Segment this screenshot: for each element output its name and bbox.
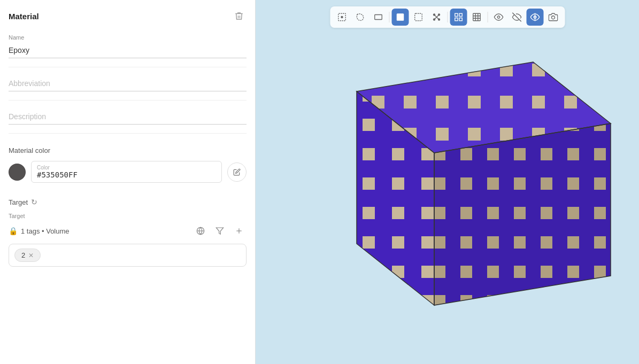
- toolbar: [330, 6, 565, 28]
- svg-point-29: [551, 16, 555, 19]
- svg-point-14: [433, 19, 435, 20]
- toolbar-rect-select-btn[interactable]: [369, 9, 387, 26]
- toolbar-eye-b-btn[interactable]: [508, 9, 525, 26]
- left-panel: Material Name Material color Color #5350…: [0, 0, 256, 364]
- svg-point-25: [497, 16, 500, 19]
- toolbar-eye-a-btn[interactable]: [490, 9, 507, 26]
- svg-rect-17: [459, 13, 462, 16]
- toolbar-sep-1: [389, 12, 389, 22]
- svg-point-15: [438, 19, 440, 20]
- color-sub-label: Color: [37, 165, 216, 171]
- chip-close-icon[interactable]: ✕: [28, 252, 34, 259]
- tag-chips-container: 2 ✕: [9, 244, 247, 267]
- toolbar-node-view-btn[interactable]: [428, 9, 445, 26]
- toolbar-solid-view-btn[interactable]: [391, 9, 409, 26]
- refresh-icon[interactable]: ↻: [31, 198, 37, 206]
- svg-rect-19: [459, 18, 462, 21]
- svg-point-12: [433, 14, 435, 16]
- color-row: Color #535050FF: [9, 161, 247, 183]
- tag-info: 🔒 1 tags • Volume: [9, 227, 70, 235]
- color-swatch[interactable]: [9, 164, 26, 181]
- panel-title: Material: [9, 12, 39, 21]
- filter-button[interactable]: [212, 223, 227, 238]
- toolbar-table-view-btn[interactable]: [468, 9, 485, 26]
- tag-chip-2[interactable]: 2 ✕: [14, 249, 41, 262]
- divider-3: [9, 133, 247, 134]
- add-tag-button[interactable]: [232, 223, 247, 238]
- panel-header: Material: [9, 9, 247, 24]
- toolbar-eye-c-btn[interactable]: [526, 9, 543, 26]
- name-input[interactable]: [9, 43, 247, 58]
- toolbar-sep-2: [447, 12, 448, 22]
- material-color-section-label: Material color: [9, 146, 247, 154]
- 3d-scene: [266, 22, 629, 343]
- color-value: #535050FF: [37, 171, 216, 179]
- right-panel: [256, 0, 639, 364]
- svg-rect-18: [455, 18, 457, 21]
- name-field-group: Name: [9, 34, 247, 58]
- svg-rect-9: [414, 13, 422, 21]
- svg-rect-7: [374, 15, 382, 20]
- toolbar-select-lasso-btn[interactable]: [351, 9, 368, 26]
- svg-point-6: [341, 17, 343, 18]
- viewport-content: [256, 0, 639, 364]
- globe-button[interactable]: [193, 223, 208, 238]
- description-field-group: [9, 109, 247, 125]
- target-sub-label: Target: [9, 213, 247, 219]
- name-label: Name: [9, 34, 247, 41]
- divider-1: [9, 67, 247, 67]
- target-header: Target ↻: [9, 198, 247, 206]
- delete-button[interactable]: [232, 9, 247, 24]
- color-edit-button[interactable]: [227, 162, 247, 182]
- toolbar-grid-view-btn[interactable]: [450, 9, 467, 26]
- svg-rect-20: [473, 13, 480, 21]
- toolbar-sep-3: [487, 12, 488, 22]
- toolbar-camera-btn[interactable]: [544, 9, 561, 26]
- chip-label: 2: [21, 251, 25, 259]
- description-input[interactable]: [9, 109, 247, 125]
- lock-icon: 🔒: [9, 227, 18, 235]
- divider-2: [9, 100, 247, 100]
- svg-rect-8: [396, 13, 404, 21]
- toolbar-select-box-btn[interactable]: [333, 9, 350, 26]
- abbreviation-field-group: [9, 76, 247, 91]
- toolbar-wire-view-btn[interactable]: [410, 9, 427, 26]
- box-right-face: [434, 123, 611, 305]
- svg-marker-2: [216, 228, 223, 234]
- tags-count-label: 1 tags • Volume: [21, 227, 70, 235]
- svg-rect-16: [455, 13, 457, 16]
- target-actions: [193, 223, 247, 238]
- target-section-label: Target: [9, 198, 28, 206]
- color-input-wrapper: Color #535050FF: [31, 161, 222, 183]
- target-info-row: 🔒 1 tags • Volume: [9, 223, 247, 238]
- svg-point-13: [438, 14, 440, 16]
- abbreviation-input[interactable]: [9, 76, 247, 91]
